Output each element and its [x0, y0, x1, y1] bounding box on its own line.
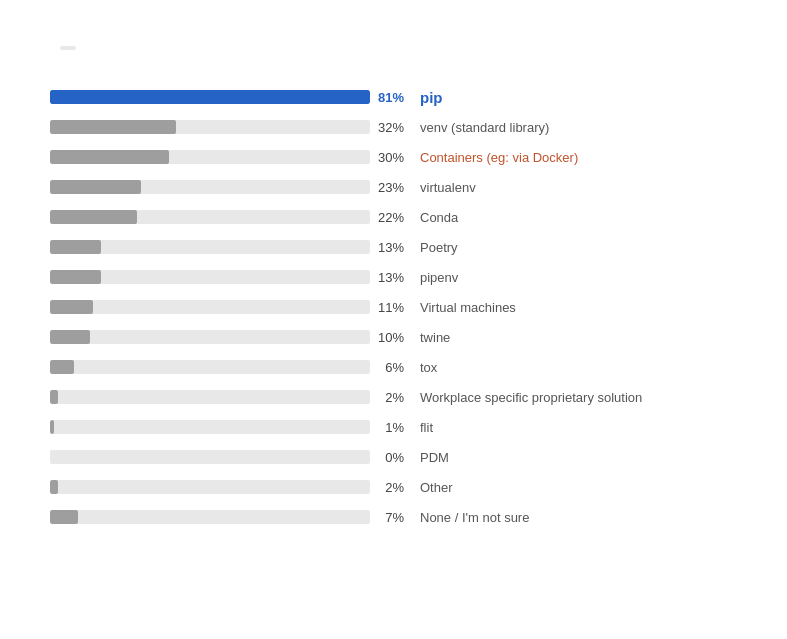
question-header — [50, 40, 737, 52]
bar-container — [50, 510, 370, 524]
bar-track — [50, 450, 370, 464]
bar-fill — [50, 270, 101, 284]
bar-pct-label: 1% — [370, 420, 412, 435]
bar-fill — [50, 510, 78, 524]
chart-area: 81%pip32%venv (standard library)30%Conta… — [50, 82, 737, 532]
bar-label: PDM — [412, 450, 449, 465]
bar-container — [50, 330, 370, 344]
bar-container — [50, 420, 370, 434]
bar-container — [50, 120, 370, 134]
bar-label: None / I'm not sure — [412, 510, 529, 525]
bar-track — [50, 240, 370, 254]
bar-track — [50, 90, 370, 104]
bar-label: venv (standard library) — [412, 120, 549, 135]
bar-fill — [50, 420, 54, 434]
bar-container — [50, 450, 370, 464]
bar-container — [50, 90, 370, 104]
bar-label: virtualenv — [412, 180, 476, 195]
bar-track — [50, 390, 370, 404]
bar-container — [50, 300, 370, 314]
bar-track — [50, 180, 370, 194]
bar-fill — [50, 120, 176, 134]
chart-row: 23%virtualenv — [50, 172, 737, 202]
bar-label: tox — [412, 360, 437, 375]
bar-track — [50, 420, 370, 434]
bar-track — [50, 360, 370, 374]
bar-label: Poetry — [412, 240, 458, 255]
bar-container — [50, 150, 370, 164]
bar-container — [50, 180, 370, 194]
chart-row: 6%tox — [50, 352, 737, 382]
bar-pct-label: 30% — [370, 150, 412, 165]
bar-track — [50, 510, 370, 524]
bar-fill — [50, 480, 58, 494]
bar-container — [50, 270, 370, 284]
bar-pct-label: 32% — [370, 120, 412, 135]
bar-fill — [50, 210, 137, 224]
chart-row: 2%Other — [50, 472, 737, 502]
chart-row: 10%twine — [50, 322, 737, 352]
response-count-badge — [60, 46, 76, 50]
bar-pct-label: 23% — [370, 180, 412, 195]
bar-label: flit — [412, 420, 433, 435]
bar-container — [50, 480, 370, 494]
bar-container — [50, 240, 370, 254]
bar-pct-label: 11% — [370, 300, 412, 315]
bar-track — [50, 210, 370, 224]
bar-pct-label: 81% — [370, 90, 412, 105]
chart-row: 7%None / I'm not sure — [50, 502, 737, 532]
bar-fill — [50, 180, 141, 194]
chart-row: 13%pipenv — [50, 262, 737, 292]
bar-track — [50, 150, 370, 164]
bar-container — [50, 390, 370, 404]
bar-pct-label: 0% — [370, 450, 412, 465]
bar-track — [50, 480, 370, 494]
chart-row: 32%venv (standard library) — [50, 112, 737, 142]
chart-row: 11%Virtual machines — [50, 292, 737, 322]
chart-row: 2%Workplace specific proprietary solutio… — [50, 382, 737, 412]
bar-container — [50, 210, 370, 224]
chart-row: 81%pip — [50, 82, 737, 112]
bar-container — [50, 360, 370, 374]
chart-row: 22%Conda — [50, 202, 737, 232]
bar-pct-label: 7% — [370, 510, 412, 525]
bar-pct-label: 13% — [370, 270, 412, 285]
bar-fill — [50, 240, 101, 254]
bar-fill — [50, 360, 74, 374]
bar-label: Conda — [412, 210, 458, 225]
bar-fill — [50, 330, 90, 344]
bar-pct-label: 2% — [370, 390, 412, 405]
bar-fill — [50, 390, 58, 404]
chart-row: 30%Containers (eg: via Docker) — [50, 142, 737, 172]
chart-row: 13%Poetry — [50, 232, 737, 262]
bar-label: pipenv — [412, 270, 458, 285]
bar-label: Containers (eg: via Docker) — [412, 150, 578, 165]
bar-track — [50, 330, 370, 344]
bar-label: pip — [412, 89, 443, 106]
bar-pct-label: 22% — [370, 210, 412, 225]
bar-fill — [50, 300, 93, 314]
bar-label: twine — [412, 330, 450, 345]
bar-label: Workplace specific proprietary solution — [412, 390, 642, 405]
bar-pct-label: 10% — [370, 330, 412, 345]
chart-row: 0%PDM — [50, 442, 737, 472]
bar-pct-label: 2% — [370, 480, 412, 495]
bar-track — [50, 270, 370, 284]
bar-pct-label: 6% — [370, 360, 412, 375]
bar-label: Virtual machines — [412, 300, 516, 315]
bar-fill — [50, 150, 169, 164]
bar-pct-label: 13% — [370, 240, 412, 255]
bar-label: Other — [412, 480, 453, 495]
bar-track — [50, 120, 370, 134]
bar-track — [50, 300, 370, 314]
bar-fill — [50, 90, 370, 104]
chart-row: 1%flit — [50, 412, 737, 442]
